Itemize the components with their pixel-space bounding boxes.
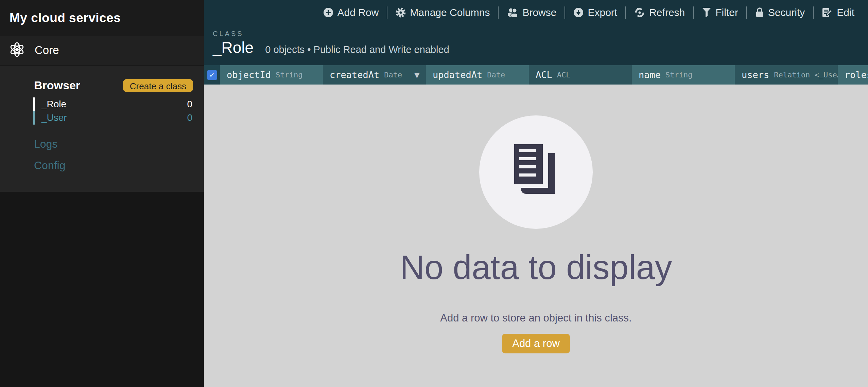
toolbar-label: Export (588, 7, 617, 18)
column-type: String (665, 71, 692, 79)
column-header-updatedat[interactable]: updatedAt Date (426, 65, 529, 85)
class-kicker: CLASS (213, 30, 868, 38)
add-row-button[interactable]: Add Row (323, 7, 379, 18)
column-header-users[interactable]: users Relation <_Use… (735, 65, 838, 85)
gear-icon (396, 7, 406, 18)
column-name: objectId (227, 70, 271, 80)
users-icon (507, 7, 518, 18)
toolbar-label: Edit (837, 7, 854, 18)
add-a-row-button[interactable]: Add a row (502, 334, 570, 353)
toolbar-separator (813, 6, 814, 19)
column-type: Date (384, 71, 402, 79)
toolbar-separator (565, 6, 565, 19)
column-header-roles[interactable]: roles (838, 65, 868, 85)
column-header-acl[interactable]: ACL ACL (529, 65, 632, 85)
app-title: My cloud services (10, 11, 121, 25)
refresh-button[interactable]: Refresh (634, 7, 685, 18)
main-panel: Add Row Manage Columns Browse (204, 0, 868, 387)
column-header-createdat[interactable]: createdAt Date ▼ (323, 65, 426, 85)
column-name: updatedAt (433, 70, 482, 80)
download-circle-icon (573, 7, 584, 18)
plus-circle-icon (323, 7, 333, 18)
edit-doc-icon (822, 7, 833, 18)
atom-icon (9, 41, 25, 59)
column-type: Relation <_Use… (774, 71, 838, 79)
class-count: 0 (187, 112, 192, 123)
column-name: ACL (536, 70, 552, 80)
column-name: users (742, 70, 769, 80)
toolbar: Add Row Manage Columns Browse (204, 0, 868, 25)
sidebar: My cloud services Core Browser Create a … (0, 0, 204, 387)
empty-state-circle (479, 115, 593, 229)
app-window: My cloud services Core Browser Create a … (0, 0, 868, 387)
toolbar-label: Security (768, 7, 805, 18)
export-button[interactable]: Export (573, 7, 617, 18)
column-name: name (639, 70, 661, 80)
security-button[interactable]: Security (755, 7, 805, 18)
class-name: _User (41, 112, 67, 123)
app-title-block: My cloud services (0, 0, 204, 36)
column-type: ACL (557, 71, 571, 79)
toolbar-separator (693, 6, 694, 19)
class-name: _Role (41, 99, 66, 110)
create-class-button[interactable]: Create a class (123, 79, 193, 92)
sidebar-class-role[interactable]: _Role 0 (33, 97, 204, 111)
lock-icon (755, 7, 764, 18)
empty-state-subtitle: Add a row to store an object in this cla… (440, 312, 631, 324)
toolbar-separator (625, 6, 626, 19)
class-count: 0 (187, 99, 192, 110)
refresh-icon (634, 7, 645, 18)
core-label: Core (35, 44, 59, 57)
empty-state-title: No data to display (400, 248, 672, 287)
sort-desc-icon: ▼ (414, 71, 420, 79)
browser-title: Browser (34, 79, 80, 92)
toolbar-separator (498, 6, 499, 19)
toolbar-label: Filter (715, 7, 738, 18)
column-type: String (276, 71, 302, 79)
toolbar-label: Manage Columns (410, 7, 490, 18)
sidebar-item-logs[interactable]: Logs (0, 133, 204, 155)
edit-button[interactable]: Edit (822, 7, 854, 18)
column-name: createdAt (330, 70, 379, 80)
toolbar-separator (746, 6, 747, 19)
select-all-checkbox[interactable]: ✓ (207, 70, 217, 80)
class-header: CLASS _Role 0 objects • Public Read and … (204, 30, 868, 57)
table-header: ✓ objectId String createdAt Date ▼ updat… (204, 65, 868, 85)
browse-button[interactable]: Browse (507, 7, 556, 18)
toolbar-label: Add Row (337, 7, 379, 18)
toolbar-separator (387, 6, 387, 19)
column-name: roles (845, 70, 868, 80)
sidebar-item-core[interactable]: Core (0, 36, 204, 65)
select-all-cell: ✓ (204, 65, 220, 85)
sidebar-item-config[interactable]: Config (0, 155, 204, 176)
class-list: _Role 0 _User 0 (0, 97, 204, 125)
sidebar-class-user[interactable]: _User 0 (33, 111, 204, 125)
class-meta: 0 objects • Public Read and Write enable… (265, 44, 449, 55)
column-header-name[interactable]: name String (632, 65, 735, 85)
filter-button[interactable]: Filter (702, 7, 738, 18)
top-header-block: Add Row Manage Columns Browse (204, 0, 868, 85)
column-type: Date (487, 71, 505, 79)
toolbar-label: Refresh (649, 7, 685, 18)
class-title: _Role (213, 38, 254, 57)
documents-icon (513, 144, 559, 200)
funnel-icon (702, 7, 711, 18)
empty-state: No data to display Add a row to store an… (204, 85, 868, 387)
manage-columns-button[interactable]: Manage Columns (396, 7, 490, 18)
toolbar-label: Browse (522, 7, 556, 18)
browser-section: Browser Create a class _Role 0 _User 0 L… (0, 65, 204, 192)
column-header-objectid[interactable]: objectId String (220, 65, 323, 85)
